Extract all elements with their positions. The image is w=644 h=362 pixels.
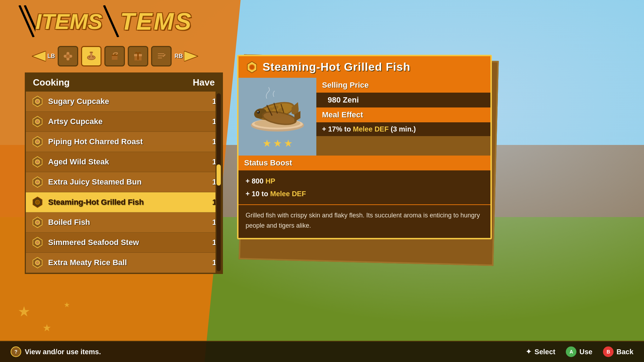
- item-icon-3: [31, 156, 44, 168]
- list-item[interactable]: Sugary Cupcake 1: [26, 92, 222, 112]
- boost-def-stat: Melee DEF: [270, 190, 306, 198]
- back-label: Back: [616, 348, 633, 356]
- bottom-bar: ? View and/or use items. ✦ Select A Use …: [0, 341, 644, 362]
- list-item[interactable]: Artsy Cupcake 1: [26, 112, 222, 132]
- svg-point-34: [36, 241, 39, 244]
- svg-point-10: [90, 52, 93, 53]
- edit-icon: [156, 51, 167, 62]
- status-boost-section: Status Boost + 800 HP + 10 to Melee DEF: [238, 156, 490, 204]
- list-header: Cooking Have: [26, 74, 222, 92]
- detail-item-icon: [246, 61, 258, 74]
- item-icon-7: [31, 236, 44, 249]
- item-image: [246, 84, 309, 134]
- detail-panel: Steaming-Hot Grilled Fish: [237, 55, 492, 239]
- main-content: ITEMS TEMS LB: [0, 0, 644, 362]
- detail-item-name: Steaming-Hot Grilled Fish: [263, 60, 410, 74]
- page-header: ITEMS TEMS: [18, 5, 192, 37]
- svg-rect-11: [112, 55, 117, 56]
- tab-medicine[interactable]: [58, 46, 78, 66]
- svg-marker-3: [32, 51, 46, 62]
- scrollbar[interactable]: [215, 92, 222, 273]
- boost-hp-line: + 800 HP: [246, 175, 483, 187]
- item-name-0: Sugary Cupcake: [48, 97, 212, 106]
- meal-effect-duration: (3 min.): [389, 125, 416, 133]
- item-name-7: Simmered Seafood Stew: [48, 238, 212, 247]
- back-action[interactable]: B Back: [603, 346, 633, 357]
- list-item[interactable]: Simmered Seafood Stew 1: [26, 233, 222, 253]
- use-action[interactable]: A Use: [566, 346, 592, 357]
- item-name-6: Boiled Fish: [48, 218, 212, 227]
- item-description: Grilled fish with crispy skin and flaky …: [246, 212, 480, 229]
- list-item[interactable]: Extra Meaty Rice Ball 1: [26, 253, 222, 273]
- item-name-1: Artsy Cupcake: [48, 117, 212, 126]
- item-icon-5: [31, 196, 44, 209]
- list-item[interactable]: Aged Wild Steak 1: [26, 152, 222, 172]
- item-name-2: Piping Hot Charred Roast: [48, 137, 212, 146]
- item-icon-6: [31, 216, 44, 229]
- star-3: ★: [284, 138, 293, 149]
- item-icon-4: [31, 176, 44, 188]
- tab-cooking[interactable]: [81, 46, 102, 66]
- meal-effect-prefix: + 17% to: [322, 125, 353, 133]
- svg-point-49: [258, 111, 259, 112]
- boost-hp-stat: HP: [265, 177, 275, 185]
- item-icon-2: [31, 135, 44, 148]
- lb-button[interactable]: LB: [32, 51, 55, 62]
- item-icon-8: [31, 256, 44, 269]
- list-container: Sugary Cupcake 1 Artsy Cupcake 1 Piping …: [26, 92, 222, 273]
- svg-point-30: [36, 200, 39, 204]
- hint-text: View and/or use items.: [25, 348, 101, 356]
- svg-point-36: [36, 261, 39, 264]
- item-name-8: Extra Meaty Rice Ball: [48, 258, 212, 267]
- bag-icon: [109, 51, 120, 62]
- scrollbar-thumb: [217, 164, 221, 186]
- status-boost-values: + 800 HP + 10 to Melee DEF: [238, 170, 490, 204]
- svg-marker-18: [184, 51, 198, 62]
- detail-stats: Selling Price 980 Zeni Meal Effect + 17%…: [316, 78, 490, 156]
- detail-body: ★ ★ ★ Selling Price 980 Zeni Meal Effect: [238, 78, 490, 156]
- meal-effect-bar: Meal Effect: [316, 107, 490, 122]
- star-1: ★: [263, 138, 271, 149]
- scrollbar-track: [217, 93, 221, 271]
- list-item[interactable]: Extra Juicy Steamed Bun 1: [26, 172, 222, 192]
- svg-rect-15: [158, 53, 164, 54]
- svg-point-22: [36, 120, 39, 123]
- hint-left: ? View and/or use items.: [11, 346, 101, 357]
- svg-point-28: [36, 180, 39, 184]
- tab-edit[interactable]: [151, 46, 172, 66]
- tab-bag[interactable]: [104, 46, 125, 66]
- rb-label: RB: [174, 53, 183, 59]
- svg-point-26: [36, 160, 39, 164]
- tab-navigation: LB: [32, 46, 198, 66]
- diagonal-decoration: [18, 5, 35, 37]
- boost-def-line: + 10 to Melee DEF: [246, 187, 483, 200]
- item-image-area: ★ ★ ★: [238, 78, 316, 156]
- svg-rect-17: [158, 58, 162, 58]
- items-x: ITEMS: [35, 9, 102, 34]
- detail-title-bar: Steaming-Hot Grilled Fish: [238, 56, 490, 78]
- svg-point-24: [36, 140, 39, 144]
- right-arrow-icon: [184, 51, 198, 62]
- gift-icon: [132, 51, 144, 62]
- a-button-icon: A: [566, 346, 576, 357]
- list-item[interactable]: Boiled Fish 1: [26, 212, 222, 233]
- star-2: ★: [273, 138, 282, 149]
- left-arrow-icon: [32, 51, 46, 62]
- item-icon-0: [31, 95, 44, 108]
- list-item-selected[interactable]: Steaming-Hot Grilled Fish 1: [26, 192, 222, 212]
- hint-question-icon: ?: [11, 346, 21, 357]
- tab-gift[interactable]: [128, 46, 148, 66]
- b-button-icon: B: [603, 346, 614, 357]
- boost-def-prefix: + 10 to: [246, 190, 270, 198]
- item-name-5: Steaming-Hot Grilled Fish: [48, 198, 212, 207]
- rb-button[interactable]: RB: [174, 51, 198, 62]
- svg-point-32: [36, 221, 39, 224]
- select-action: ✦ Select: [525, 347, 556, 356]
- page-title: TEMS: [120, 7, 192, 35]
- selling-price-value: 980 Zeni: [322, 94, 364, 107]
- list-item[interactable]: Piping Hot Charred Roast 1: [26, 132, 222, 152]
- item-name-4: Extra Juicy Steamed Bun: [48, 177, 212, 187]
- svg-rect-14: [137, 53, 139, 60]
- status-boost-label: Status Boost: [244, 158, 292, 167]
- status-boost-bar: Status Boost: [238, 156, 490, 170]
